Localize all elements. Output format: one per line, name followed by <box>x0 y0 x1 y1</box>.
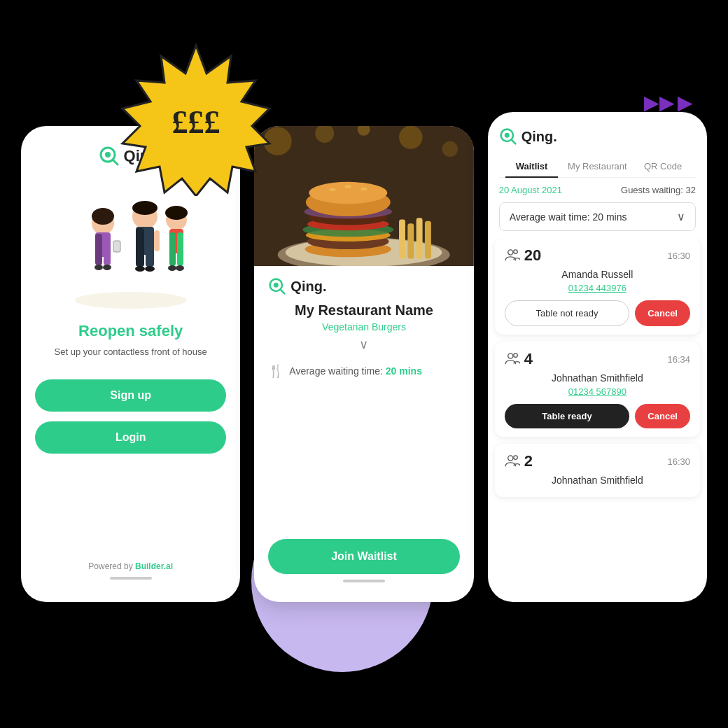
join-waitlist-button[interactable]: Join Waitlist <box>268 539 459 574</box>
svg-point-3 <box>105 152 111 158</box>
cancel-button-1[interactable]: Cancel <box>635 300 690 326</box>
tab-waitlist[interactable]: Waitlist <box>499 155 565 177</box>
cancel-button-2[interactable]: Cancel <box>635 404 690 428</box>
svg-point-28 <box>165 206 188 220</box>
svg-point-54 <box>274 283 279 288</box>
svg-line-4 <box>113 160 118 164</box>
card1-phone[interactable]: 01234 443976 <box>505 283 690 293</box>
avg-wait-text: Average wait time: 20 mins <box>510 211 627 223</box>
svg-point-57 <box>504 133 509 138</box>
phone3-logo: Qing. <box>499 127 696 146</box>
waitlist-card-1: 20 16:30 Amanda Russell 01234 443976 Tab… <box>495 238 700 335</box>
waitlist-card-2: 4 16:34 Johnathan Smithfield 01234 56789… <box>495 342 700 437</box>
login-button[interactable]: Login <box>35 421 226 454</box>
phone-signup: Qing. <box>21 126 240 602</box>
card1-name: Amanda Russell <box>505 269 690 280</box>
card1-guest-count: 20 <box>505 246 541 265</box>
guests-waiting: Guests waiting: 32 <box>621 185 696 195</box>
phone1-content: Qing. <box>21 126 240 602</box>
phone-restaurant: Qing. My Restaurant Name Vegetarian Burg… <box>254 126 473 602</box>
nav-tabs: Waitlist My Restaurant QR Code <box>499 155 696 178</box>
powered-by: Powered by Builder.ai <box>88 547 173 571</box>
phone3-logo-text: Qing. <box>522 129 557 145</box>
svg-rect-40 <box>425 221 431 259</box>
avg-wait-dropdown[interactable]: Average wait time: 20 mins ∨ <box>499 202 696 231</box>
people-icon-1 <box>505 249 520 262</box>
svg-point-26 <box>168 265 176 271</box>
phone2-logo: Qing. <box>268 277 326 295</box>
card2-name: Johnathan Smithfield <box>505 372 690 384</box>
dropdown-chevron-icon: ∨ <box>677 210 685 223</box>
svg-point-59 <box>507 250 512 255</box>
chevron-down-icon[interactable]: ∨ <box>359 337 368 352</box>
table-ready-button-2[interactable]: Table ready <box>505 404 630 428</box>
svg-point-27 <box>176 265 184 271</box>
phone3-header: Qing. Waitlist My Restaurant QR Code <box>488 112 707 178</box>
svg-line-58 <box>511 139 515 144</box>
waitlist-items: 20 16:30 Amanda Russell 01234 443976 Tab… <box>488 238 707 602</box>
card3-top: 2 16:30 <box>505 452 690 470</box>
svg-point-19 <box>145 266 155 272</box>
svg-point-10 <box>94 265 103 270</box>
svg-point-63 <box>507 456 512 461</box>
powered-by-label: Powered by <box>88 561 135 571</box>
svg-point-62 <box>513 354 517 357</box>
svg-rect-24 <box>169 232 176 266</box>
card1-time: 16:30 <box>667 251 690 261</box>
svg-point-51 <box>345 185 351 188</box>
svg-point-11 <box>103 265 111 270</box>
phone-waitlist: Qing. Waitlist My Restaurant QR Code 20 … <box>488 112 707 602</box>
phone2-content: Qing. My Restaurant Name Vegetarian Burg… <box>254 126 473 602</box>
svg-text:£££: £££ <box>172 104 220 140</box>
svg-rect-39 <box>416 218 423 258</box>
card2-actions: Table ready Cancel <box>505 404 690 428</box>
svg-point-20 <box>132 201 158 215</box>
svg-point-64 <box>513 456 517 459</box>
wait-time-value: 20 mins <box>386 365 422 377</box>
tab-qr-code[interactable]: QR Code <box>630 155 696 177</box>
svg-point-60 <box>513 250 517 253</box>
wait-icon: 🍴 <box>268 363 284 379</box>
starburst-decoration: £££ <box>119 42 273 196</box>
waitlist-card-3: 2 16:30 Johnathan Smithfield <box>495 444 700 497</box>
phone2-logo-text: Qing. <box>290 279 326 295</box>
card3-time: 16:30 <box>667 456 690 467</box>
table-not-ready-button-1[interactable]: Table not ready <box>505 300 630 326</box>
svg-rect-8 <box>95 234 102 265</box>
svg-point-32 <box>399 126 423 149</box>
card2-time: 16:34 <box>667 354 690 365</box>
card2-phone[interactable]: 01234 567890 <box>505 386 690 397</box>
svg-point-52 <box>361 188 368 190</box>
waitlist-date: 20 August 2021 <box>499 185 562 195</box>
phone2-bottom-bar <box>343 580 385 582</box>
tab-my-restaurant[interactable]: My Restaurant <box>564 155 630 177</box>
people-icon-3 <box>505 455 520 468</box>
card1-actions: Table not ready Cancel <box>505 300 690 326</box>
reopen-title: Reopen safely <box>78 322 183 340</box>
signup-button[interactable]: Sign up <box>35 379 226 412</box>
svg-rect-21 <box>154 230 160 251</box>
card2-guest-count: 4 <box>505 350 533 368</box>
reopen-subtitle: Set up your contactless front of house <box>55 346 207 358</box>
waitlist-info-bar: 20 August 2021 Guests waiting: 32 <box>488 178 707 202</box>
svg-point-50 <box>330 188 336 191</box>
phone2-body: Qing. My Restaurant Name Vegetarian Burg… <box>254 266 473 602</box>
wait-time-row: 🍴 Average waiting time: 20 mins <box>268 363 422 379</box>
phone1-bottom-bar <box>110 577 152 580</box>
restaurant-type: Vegetarian Burgers <box>322 321 406 332</box>
wait-time-label: Average waiting time: 20 mins <box>289 365 422 377</box>
svg-rect-9 <box>104 234 111 265</box>
svg-rect-13 <box>113 241 120 252</box>
svg-point-61 <box>507 354 512 358</box>
card2-top: 4 16:34 <box>505 350 690 368</box>
card3-guest-count: 2 <box>505 452 533 470</box>
builder-link[interactable]: Builder.ai <box>135 561 173 571</box>
svg-point-5 <box>75 292 187 309</box>
restaurant-name: My Restaurant Name <box>295 302 433 318</box>
card3-name: Johnathan Smithfield <box>505 475 690 486</box>
fast-forward-decoration: ▶▶ ▶ <box>644 91 693 114</box>
svg-rect-37 <box>399 220 405 259</box>
phone1-illustration <box>64 185 197 311</box>
svg-rect-38 <box>408 223 414 258</box>
svg-point-18 <box>135 266 145 272</box>
